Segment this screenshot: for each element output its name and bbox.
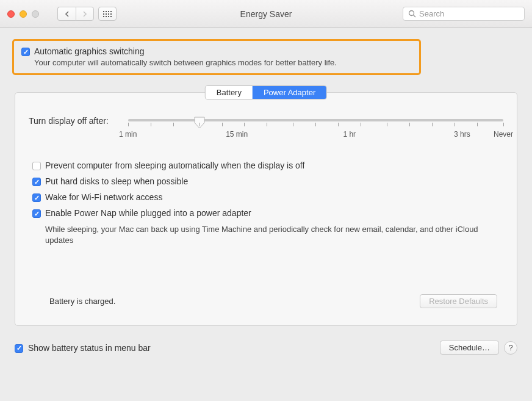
restore-defaults-button[interactable]: Restore Defaults — [420, 294, 497, 308]
hard-disks-label: Put hard disks to sleep when possible — [45, 176, 188, 186]
close-button[interactable] — [7, 10, 15, 18]
power-nap-checkbox[interactable] — [32, 209, 41, 218]
slider-mark-never: Never — [494, 130, 513, 139]
power-nap-label: Enable Power Nap while plugged into a po… — [45, 208, 251, 218]
nav-buttons — [57, 7, 94, 21]
display-off-slider[interactable] — [128, 119, 503, 121]
prevent-sleep-label: Prevent computer from sleeping automatic… — [45, 161, 304, 170]
traffic-lights — [7, 10, 39, 18]
svg-line-1 — [414, 15, 416, 18]
bottom-row: Show battery status in menu bar Schedule… — [0, 332, 532, 363]
slider-mark-3hrs: 3 hrs — [454, 130, 470, 139]
display-off-label: Turn display off after: — [29, 116, 109, 126]
minimize-button[interactable] — [20, 10, 27, 18]
slider-mark-1hr: 1 hr — [343, 130, 356, 139]
panel-footer: Battery is charged. Restore Defaults — [29, 294, 503, 308]
chevron-left-icon — [65, 11, 70, 17]
auto-graphics-section: Automatic graphics switching Your comput… — [12, 39, 421, 75]
options-list: Prevent computer from sleeping automatic… — [32, 161, 500, 245]
hard-disks-checkbox[interactable] — [32, 178, 41, 186]
energy-panel: Battery Power Adapter Turn display off a… — [15, 92, 517, 326]
titlebar: Energy Saver Search — [0, 0, 532, 28]
wake-wifi-label: Wake for Wi-Fi network access — [45, 192, 162, 202]
opt-prevent-sleep: Prevent computer from sleeping automatic… — [32, 161, 500, 170]
show-battery-label: Show battery status in menu bar — [28, 343, 151, 353]
slider-ticks — [128, 123, 503, 128]
tab-power-adapter[interactable]: Power Adapter — [253, 86, 326, 99]
tab-control: Battery Power Adapter — [205, 85, 327, 99]
schedule-button[interactable]: Schedule… — [440, 341, 499, 355]
opt-power-nap: Enable Power Nap while plugged into a po… — [32, 208, 500, 245]
grid-icon — [103, 11, 112, 17]
search-input[interactable]: Search — [403, 7, 525, 21]
display-off-slider-row: Turn display off after: — [29, 116, 503, 140]
search-placeholder: Search — [419, 9, 444, 18]
power-nap-desc: While sleeping, your Mac can back up usi… — [45, 224, 500, 245]
help-button[interactable]: ? — [504, 341, 517, 355]
content: Automatic graphics switching Your comput… — [0, 28, 532, 332]
svg-point-0 — [409, 11, 414, 16]
help-icon: ? — [508, 343, 512, 352]
slider-mark-1min: 1 min — [119, 130, 137, 139]
tab-battery[interactable]: Battery — [206, 86, 253, 99]
auto-graphics-label: Automatic graphics switching — [34, 46, 337, 56]
prevent-sleep-checkbox[interactable] — [32, 162, 41, 170]
opt-hard-disks: Put hard disks to sleep when possible — [32, 176, 500, 186]
auto-graphics-desc: Your computer will automatically switch … — [34, 58, 337, 67]
show-battery-checkbox[interactable] — [15, 344, 23, 353]
forward-button[interactable] — [76, 7, 94, 21]
window-title: Energy Saver — [240, 9, 292, 19]
battery-status: Battery is charged. — [49, 297, 115, 306]
maximize-button[interactable] — [32, 10, 39, 18]
chevron-right-icon — [82, 11, 87, 17]
search-icon — [408, 10, 416, 18]
back-button[interactable] — [57, 7, 76, 21]
slider-labels: 1 min 15 min 1 hr 3 hrs Never — [128, 130, 503, 140]
show-all-button[interactable] — [98, 7, 117, 21]
auto-graphics-checkbox[interactable] — [21, 48, 30, 56]
slider-mark-15min: 15 min — [226, 130, 248, 139]
opt-wake-wifi: Wake for Wi-Fi network access — [32, 192, 500, 202]
wake-wifi-checkbox[interactable] — [32, 193, 41, 202]
